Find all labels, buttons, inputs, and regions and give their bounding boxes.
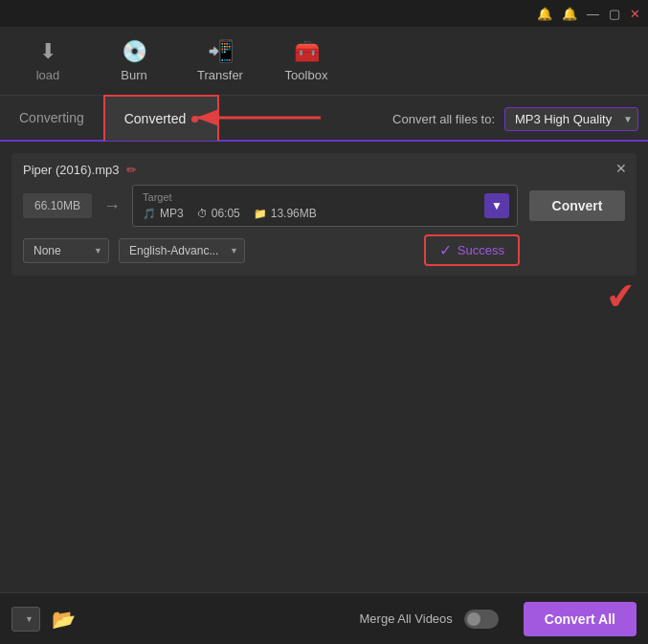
close-icon[interactable]: ✕ <box>630 7 640 21</box>
bottom-dropdown[interactable] <box>11 607 40 632</box>
bottom-select-wrap[interactable] <box>11 607 40 632</box>
tab-converted[interactable]: Converted <box>103 95 220 141</box>
merge-label: Merge All Videos <box>360 611 453 626</box>
target-expand-button[interactable]: ▼ <box>484 193 509 218</box>
close-card-icon[interactable]: ✕ <box>615 161 627 176</box>
toolbar-toolbox-label: Toolbox <box>285 68 328 82</box>
toolbar-item-transfer[interactable]: 📲 Transfer <box>191 39 249 82</box>
convert-all-label: Convert all files to: <box>392 112 495 126</box>
format-select[interactable]: MP3 High Quality <box>504 107 638 131</box>
file-info-row: 66.10MB → Target 🎵 MP3 ⏱ 06:05 📁 <box>23 185 625 227</box>
file-name: Piper (2016).mp3 <box>23 163 119 177</box>
success-check-icon: ✓ <box>439 241 452 259</box>
audio-select-wrap[interactable]: English-Advanc... <box>119 238 245 263</box>
folder-button[interactable]: 📂 <box>52 608 76 631</box>
tab-bar: Converting Converted Convert all files t… <box>0 96 648 142</box>
target-label: Target <box>143 191 507 203</box>
convert-button[interactable]: Convert <box>529 190 625 221</box>
format-icon: 🎵 <box>143 208 156 220</box>
success-badge: ✓ Success <box>424 234 520 266</box>
second-row: None English-Advanc... ✓ Success <box>23 234 625 266</box>
target-duration-item: ⏱ 06:05 <box>197 207 240 220</box>
audio-select[interactable]: English-Advanc... <box>119 238 245 263</box>
duration-icon: ⏱ <box>197 208 208 219</box>
tab-converting[interactable]: Converting <box>0 95 103 141</box>
size-icon: 📁 <box>254 208 267 220</box>
toolbar: ⬇ load 💿 Burn 📲 Transfer 🧰 Toolbox <box>0 27 648 96</box>
merge-toggle[interactable] <box>464 610 499 629</box>
format-select-wrap[interactable]: MP3 High Quality <box>504 107 638 131</box>
target-duration: 06:05 <box>212 207 240 220</box>
toolbar-transfer-label: Transfer <box>197 68 243 82</box>
notification-icon-1[interactable]: 🔔 <box>537 7 552 21</box>
arrow-right-icon: → <box>103 196 121 216</box>
edit-icon[interactable]: ✏ <box>126 163 137 177</box>
target-box: Target 🎵 MP3 ⏱ 06:05 📁 13.96MB ▼ <box>132 185 518 227</box>
toolbar-burn-label: Burn <box>121 68 146 82</box>
converted-dot <box>191 116 198 122</box>
transfer-icon: 📲 <box>208 39 234 64</box>
toolbar-item-download[interactable]: ⬇ load <box>19 39 77 82</box>
convert-all-button[interactable]: Convert All <box>524 602 637 636</box>
minimize-icon[interactable]: — <box>587 7 599 21</box>
toolbar-item-burn[interactable]: 💿 Burn <box>105 39 163 82</box>
target-size-item: 📁 13.96MB <box>254 207 317 220</box>
source-size: 66.10MB <box>23 193 92 218</box>
title-bar: 🔔 🔔 — ▢ ✕ <box>0 0 648 27</box>
toolbox-icon: 🧰 <box>294 39 320 64</box>
burn-icon: 💿 <box>122 39 147 64</box>
success-label: Success <box>458 243 504 257</box>
target-format-item: 🎵 MP3 <box>143 207 184 220</box>
toolbar-download-label: load <box>36 68 60 82</box>
target-size: 13.96MB <box>271 207 317 220</box>
toolbar-item-toolbox[interactable]: 🧰 Toolbox <box>278 39 335 82</box>
file-card: ✕ Piper (2016).mp3 ✏ 66.10MB → Target 🎵 … <box>11 153 637 276</box>
bottom-bar: 📂 Merge All Videos Convert All <box>0 592 648 644</box>
subtitle-select-wrap[interactable]: None <box>23 238 109 263</box>
target-format: MP3 <box>160 207 184 220</box>
download-icon: ⬇ <box>39 39 56 64</box>
tab-converting-label: Converting <box>19 110 84 125</box>
tab-converted-label: Converted <box>124 111 187 126</box>
maximize-icon[interactable]: ▢ <box>609 7 620 21</box>
file-name-row: Piper (2016).mp3 ✏ <box>23 163 625 177</box>
notification-icon-2[interactable]: 🔔 <box>562 7 577 21</box>
target-info: 🎵 MP3 ⏱ 06:05 📁 13.96MB <box>143 207 507 220</box>
subtitle-select[interactable]: None <box>23 238 109 263</box>
convert-all-row: Convert all files to: MP3 High Quality <box>392 96 638 142</box>
main-content: ✕ Piper (2016).mp3 ✏ 66.10MB → Target 🎵 … <box>0 142 648 293</box>
